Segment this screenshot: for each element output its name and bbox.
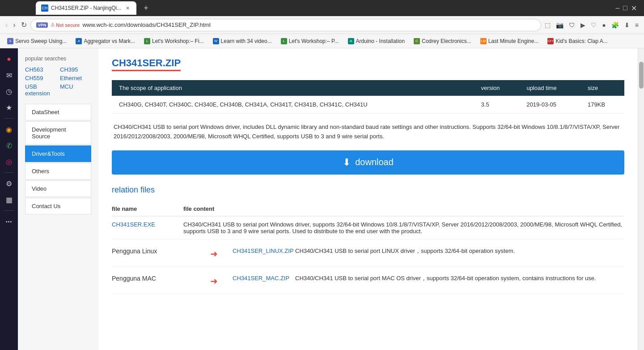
shield-icon[interactable]: 🛡: [567, 20, 577, 30]
sidebar-clock-icon[interactable]: ◷: [2, 84, 16, 98]
linux-file-link[interactable]: CH341SER_LINUX.ZIP: [233, 248, 294, 254]
file-row-exe: CH341SER.EXE CH340/CH341 USB to serial p…: [112, 216, 624, 239]
bookmark-favicon: L: [281, 38, 287, 44]
nav-item-development-source[interactable]: Development Source: [25, 121, 91, 145]
bookmark-label: Arduino - Installation: [356, 38, 405, 44]
bookmark-lastminute[interactable]: LM Last Minute Engine...: [477, 37, 542, 46]
tab-title: CH341SER.ZIP - NanjingQi...: [51, 5, 121, 11]
menu-icon[interactable]: ≡: [633, 20, 640, 30]
sidebar-separator: [4, 118, 14, 119]
bookmark-servo[interactable]: S Servo Sweep Using...: [4, 37, 70, 46]
bookmark-label: Kid's Basics: Clap A...: [555, 38, 607, 44]
sidebar-notification-icon[interactable]: ◉: [2, 122, 16, 137]
tab-close-button[interactable]: ✕: [124, 4, 131, 12]
sidebar-instagram-icon[interactable]: ◎: [2, 154, 16, 169]
bookmark-arduino[interactable]: A Arduino - Installation: [344, 37, 408, 46]
sidebar-separator3: [4, 210, 14, 211]
col-upload-time: upload time: [519, 80, 580, 96]
bookmark-favicon: A: [348, 38, 354, 44]
bookmark-diy[interactable]: DIY Kid's Basics: Clap A...: [544, 37, 611, 46]
nav-item-others[interactable]: Others: [25, 163, 91, 179]
nav-item-datasheet[interactable]: DataSheet: [25, 104, 91, 120]
files-col-name: file name: [112, 202, 183, 216]
download-icon[interactable]: ⬇: [623, 20, 631, 30]
url-display: www.wch-ic.com/downloads/CH341SER_ZIP.ht…: [82, 21, 211, 28]
website-left-sidebar: popular searches CH563 CH395 CH559 Ether…: [18, 48, 98, 350]
search-link-ethernet[interactable]: Ethernet: [60, 75, 91, 81]
screenshot-icon[interactable]: ⬚: [543, 20, 552, 30]
play-icon[interactable]: ▶: [579, 20, 587, 30]
bookmark-learn[interactable]: W Learn with 34 video...: [209, 37, 275, 46]
bookmark-favicon: S: [7, 38, 13, 44]
sidebar-email-icon[interactable]: ✉: [2, 68, 16, 82]
bookmark-aggregator[interactable]: A Aggregator vs Mark...: [72, 37, 139, 46]
new-tab-button[interactable]: +: [140, 1, 152, 15]
sidebar-layers-icon[interactable]: ▦: [2, 192, 16, 207]
sidebar-settings-icon[interactable]: ⚙: [2, 176, 16, 191]
search-link-usb[interactable]: USB extension: [25, 83, 56, 97]
file-link-exe[interactable]: CH341SER.EXE: [112, 221, 155, 228]
col-size: size: [580, 80, 624, 96]
nav-item-video[interactable]: Video: [25, 180, 91, 197]
search-link-mcu[interactable]: MCU: [60, 83, 91, 97]
reload-button[interactable]: ↻: [19, 19, 29, 31]
back-button[interactable]: ‹: [4, 19, 9, 31]
bookmark-favicon: DIY: [547, 38, 554, 44]
bookmark-favicon: L: [144, 38, 150, 44]
bookmark-favicon: C: [414, 38, 420, 44]
nav-item-driver-tools[interactable]: Driver&Tools: [25, 145, 91, 162]
search-link-ch395[interactable]: CH395: [60, 66, 91, 73]
cell-version: 3.5: [474, 96, 520, 114]
bookmark-codrey[interactable]: C Codrey Electronics...: [410, 37, 475, 46]
bookmark-letsworkshop2[interactable]: L Let's Workshop:– P...: [277, 37, 343, 46]
bookmark-label: Learn with 34 video...: [221, 38, 272, 44]
nav-item-contact[interactable]: Contact Us: [25, 198, 91, 214]
linux-arrow-icon: ➜: [210, 248, 218, 259]
bookmark-letsworkshop1[interactable]: L Let's Workshop:– Fi...: [140, 37, 207, 46]
active-tab[interactable]: CH CH341SER.ZIP - NanjingQi... ✕: [36, 1, 136, 15]
file-description: CH340/CH341 USB to serial port Windows d…: [112, 123, 624, 141]
bookmark-label: Servo Sweep Using...: [15, 38, 67, 44]
profile-icon[interactable]: ●: [600, 20, 607, 30]
sidebar-more-icon[interactable]: •••: [2, 214, 16, 229]
forward-button[interactable]: ›: [11, 19, 17, 31]
bookmarks-bar: S Servo Sweep Using... A Aggregator vs M…: [0, 34, 644, 48]
bookmark-label: Let's Workshop:– P...: [289, 38, 339, 44]
cell-size: 179KB: [580, 96, 624, 114]
search-link-ch563[interactable]: CH563: [25, 66, 56, 73]
relation-files-table: file name file content CH341SER.EXE CH34…: [112, 202, 624, 239]
linux-user-label: Pengguna Linux: [112, 247, 210, 255]
bookmark-favicon: W: [213, 38, 219, 44]
file-content-exe: CH340/CH341 USB to serial port Windows d…: [183, 216, 624, 239]
table-row: CH340G, CH340T, CH340C, CH340E, CH340B, …: [112, 96, 624, 114]
linux-user-section: Pengguna Linux ➜ CH341SER_LINUX.ZIP CH34…: [112, 239, 624, 267]
close-window-button[interactable]: ✕: [631, 4, 637, 13]
browser-body: ● ✉ ◷ ★ ◉ ✆ ◎ ⚙ ▦ ••• popular searches C…: [0, 48, 644, 350]
mac-file-link[interactable]: CH341SER_MAC.ZIP: [233, 275, 289, 282]
download-button[interactable]: ⬇ download: [112, 150, 624, 175]
maximize-button[interactable]: □: [623, 4, 627, 12]
extension-icon[interactable]: 🧩: [610, 20, 621, 30]
relation-files-title: relation files: [112, 185, 624, 195]
minimize-button[interactable]: –: [615, 4, 619, 12]
scrollbar-thumb[interactable]: [639, 62, 644, 89]
download-icon: ⬇: [343, 157, 351, 168]
download-label: download: [355, 157, 394, 167]
camera-icon[interactable]: 📷: [554, 20, 565, 30]
sidebar-alert-icon[interactable]: ●: [2, 52, 16, 66]
popular-searches-title: popular searches: [25, 55, 91, 62]
title-bar: CH CH341SER.ZIP - NanjingQi... ✕ + – □ ✕: [0, 0, 644, 16]
sidebar-whatsapp-icon[interactable]: ✆: [2, 138, 16, 153]
navigation-bar: ‹ › ↻ VPN ⚠ Not secure www.wch-ic.com/do…: [0, 16, 644, 34]
col-scope: The scope of application: [112, 80, 474, 96]
page-scrollbar[interactable]: [638, 48, 644, 350]
search-link-ch559[interactable]: CH559: [25, 75, 56, 81]
heart-icon[interactable]: ♡: [589, 20, 598, 30]
mac-user-label: Pengguna MAC: [112, 274, 210, 282]
warning-icon: ⚠: [51, 22, 55, 28]
mac-user-section: Pengguna MAC ➜ CH341SER_MAC.ZIP CH340/CH…: [112, 267, 624, 294]
mac-description: CH340/CH341 USB to serial port MAC OS dr…: [295, 274, 624, 283]
address-bar[interactable]: VPN ⚠ Not secure www.wch-ic.com/download…: [30, 19, 542, 31]
cell-upload-time: 2019-03-05: [519, 96, 580, 114]
sidebar-bookmark-icon[interactable]: ★: [2, 100, 16, 115]
